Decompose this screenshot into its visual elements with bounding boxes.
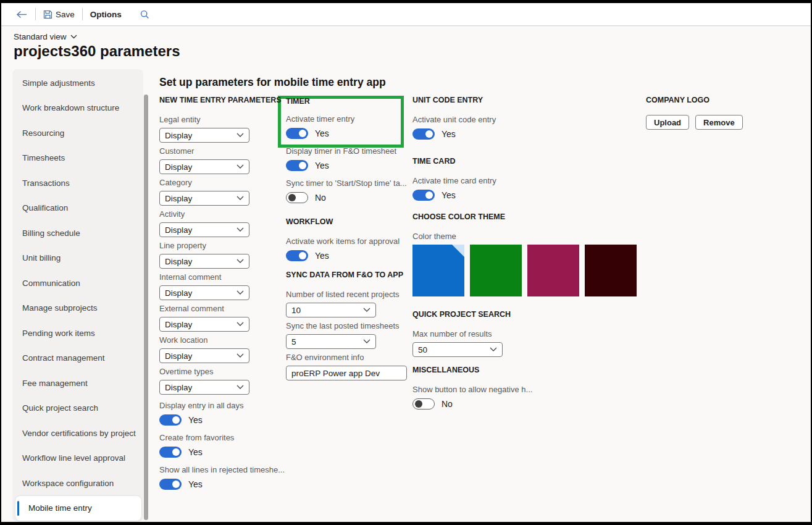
- sidebar-item-timesheets[interactable]: Timesheets: [12, 146, 143, 171]
- color-swatch-berry[interactable]: [527, 245, 579, 296]
- dropdown-value: Display: [165, 288, 192, 298]
- last-posted-timesheets-dropdown[interactable]: 5: [286, 334, 376, 349]
- chevron-down-icon: [490, 347, 497, 352]
- content-heading: Set up parameters for mobile time entry …: [159, 76, 386, 89]
- toolbar-divider: [35, 8, 36, 20]
- sidebar-item-label: Unit billing: [22, 253, 61, 262]
- sidebar-scrollbar[interactable]: [144, 94, 149, 520]
- overtime-types-dropdown[interactable]: Display: [159, 380, 249, 395]
- settings-nav: Simple adjustments Work breakdown struct…: [12, 69, 143, 522]
- dropdown-value: Display: [165, 383, 192, 392]
- dropdown-value: Display: [165, 162, 192, 172]
- color-swatch-dark-maroon[interactable]: [585, 245, 637, 296]
- toggle-knob: [299, 130, 306, 137]
- selected-indicator: [452, 245, 464, 257]
- page-title: projects360 parameters: [14, 43, 180, 60]
- customer-dropdown[interactable]: Display: [159, 159, 249, 174]
- dropdown-value: 5: [291, 337, 296, 346]
- section-title: MISCELLANEOUS: [412, 366, 641, 376]
- sync-timer-start-stop-toggle[interactable]: [286, 192, 308, 203]
- toggle-state: Yes: [442, 190, 456, 200]
- sidebar-item-vendor-certifications[interactable]: Vendor certifications by project: [12, 421, 143, 446]
- sidebar-item-work-breakdown-structure[interactable]: Work breakdown structure: [12, 96, 143, 121]
- section-title: WORKFLOW: [286, 217, 409, 227]
- show-rejected-lines-toggle[interactable]: [159, 479, 182, 490]
- activate-timer-entry-toggle[interactable]: [286, 128, 308, 139]
- search-button[interactable]: [135, 6, 154, 23]
- toggle-knob: [288, 194, 296, 201]
- activate-unit-code-toggle[interactable]: [412, 128, 435, 140]
- dropdown-value: 50: [418, 345, 427, 355]
- scrollbar-thumb[interactable]: [144, 94, 148, 520]
- sidebar-item-label: Manage subprojects: [22, 303, 98, 313]
- sidebar-item-billing-schedule[interactable]: Billing schedule: [12, 220, 143, 246]
- dropdown-value: Display: [165, 320, 192, 329]
- command-bar: Save Options: [1, 3, 811, 26]
- legal-entity-dropdown[interactable]: Display: [159, 128, 249, 143]
- activity-dropdown[interactable]: Display: [159, 222, 249, 237]
- field-label: Activate time card entry: [412, 176, 641, 186]
- view-selector-label: Standard view: [14, 32, 67, 41]
- activate-work-items-toggle[interactable]: [286, 250, 308, 261]
- work-location-dropdown[interactable]: Display: [159, 348, 249, 363]
- sidebar-item-fee-management[interactable]: Fee management: [12, 371, 143, 396]
- sidebar-item-resourcing[interactable]: Resourcing: [12, 120, 143, 146]
- remove-button[interactable]: Remove: [695, 115, 743, 130]
- view-selector[interactable]: Standard view: [14, 32, 77, 41]
- sidebar-item-label: Mobile time entry: [22, 503, 92, 513]
- sidebar-item-workflow-line-level-approval[interactable]: Workflow line level approval: [12, 446, 143, 471]
- options-button[interactable]: Options: [85, 6, 127, 23]
- field-label: Activate work items for approval: [286, 237, 409, 246]
- section-title: CHOOSE COLOR THEME: [412, 212, 641, 222]
- sidebar-item-unit-billing[interactable]: Unit billing: [12, 246, 143, 271]
- field-label: Work location: [159, 335, 283, 345]
- sidebar-item-label: Resourcing: [22, 128, 64, 138]
- sidebar-item-contract-management[interactable]: Contract management: [12, 346, 143, 371]
- toggle-state: Yes: [188, 447, 203, 457]
- sidebar-item-mobile-time-entry[interactable]: Mobile time entry: [15, 496, 141, 521]
- display-timer-fo-timesheet-toggle[interactable]: [286, 160, 308, 171]
- max-results-dropdown[interactable]: 50: [412, 342, 503, 357]
- back-button[interactable]: [11, 6, 33, 23]
- activate-time-card-toggle[interactable]: [412, 190, 435, 201]
- allow-negative-hours-toggle[interactable]: [412, 398, 435, 410]
- field-label: Max number of results: [412, 329, 641, 339]
- field-label: External comment: [159, 304, 283, 314]
- field-label: Overtime types: [159, 367, 283, 377]
- external-comment-dropdown[interactable]: Display: [159, 317, 249, 332]
- create-from-favorites-toggle[interactable]: [159, 447, 182, 458]
- chevron-down-icon: [236, 196, 244, 201]
- sidebar-item-communication[interactable]: Communication: [12, 271, 143, 296]
- internal-comment-dropdown[interactable]: Display: [159, 285, 249, 300]
- toggle-state: Yes: [315, 128, 329, 138]
- sidebar-item-label: Workflow line level approval: [22, 453, 125, 463]
- sidebar-item-workspace-configuration[interactable]: Workspace configuration: [12, 471, 143, 496]
- sidebar-item-qualification[interactable]: Qualification: [12, 196, 143, 221]
- color-swatch-green[interactable]: [470, 245, 522, 296]
- sidebar-item-manage-subprojects[interactable]: Manage subprojects: [12, 296, 143, 321]
- toggle-state: No: [442, 399, 453, 409]
- sidebar-item-simple-adjustments[interactable]: Simple adjustments: [12, 70, 143, 96]
- field-label: Category: [159, 178, 283, 188]
- section-title: UNIT CODE ENTRY: [412, 96, 641, 106]
- category-dropdown[interactable]: Display: [159, 191, 249, 206]
- save-label: Save: [56, 10, 75, 19]
- field-label: Customer: [159, 146, 283, 156]
- recent-projects-dropdown[interactable]: 10: [286, 303, 376, 317]
- dropdown-value: Display: [165, 225, 192, 235]
- color-swatch-blue[interactable]: [412, 245, 464, 296]
- upload-button[interactable]: Upload: [646, 115, 689, 130]
- field-label: Line property: [159, 241, 283, 251]
- sidebar-item-quick-project-search[interactable]: Quick project search: [12, 396, 143, 421]
- toggle-state: Yes: [315, 161, 329, 170]
- sidebar-item-pending-work-items[interactable]: Pending work items: [12, 321, 143, 346]
- line-property-dropdown[interactable]: Display: [159, 254, 249, 269]
- sidebar-item-transactions[interactable]: Transactions: [12, 170, 143, 196]
- toggle-state: Yes: [315, 251, 329, 261]
- chevron-down-icon: [236, 353, 244, 358]
- fo-environment-info-input[interactable]: [286, 366, 407, 380]
- display-entry-all-days-toggle[interactable]: [159, 414, 182, 426]
- toggle-knob: [425, 130, 433, 138]
- field-label: F&O environment info: [286, 353, 409, 363]
- save-button[interactable]: Save: [38, 6, 80, 23]
